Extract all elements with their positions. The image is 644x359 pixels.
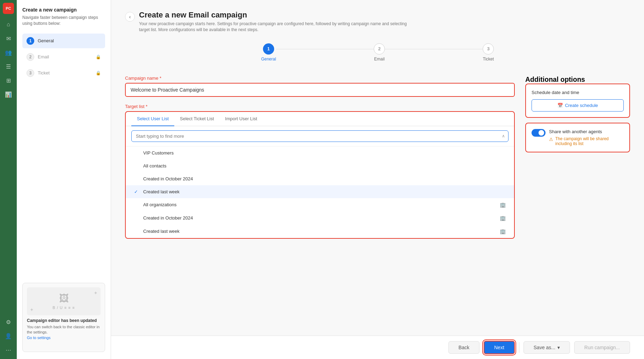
stepper-circle-1: 1 [263, 43, 274, 55]
additional-options-title: Additional options [525, 76, 630, 84]
nav-user[interactable]: 👤 [2, 330, 15, 342]
main-scrollable-area: ‹ Create a new Email campaign Your new p… [111, 0, 644, 336]
tab-import-user-list[interactable]: Import User List [220, 112, 263, 126]
sparkle-icon-2: ✦ [30, 307, 34, 313]
target-list-group: Target list * Select User List Select Ti… [125, 104, 515, 239]
back-button-footer[interactable]: Back [448, 341, 480, 354]
footer-divider [519, 342, 519, 353]
toggle-slider [532, 129, 546, 137]
step-1-number: 1 [27, 37, 34, 45]
stepper-label-1: General [261, 57, 276, 62]
nav-email[interactable]: ✉ [2, 32, 15, 45]
form-left-panel: Campaign name * Target list * Select Use [125, 76, 515, 246]
step-2-number: 2 [27, 53, 34, 61]
nav-grid[interactable]: ⊞ [2, 74, 15, 87]
schedule-title: Schedule date and time [532, 90, 624, 95]
campaign-name-input[interactable] [125, 83, 515, 97]
nav-chart[interactable]: 📊 [2, 88, 15, 101]
step-3-number: 3 [27, 69, 34, 77]
page-header: ‹ Create a new Email campaign Your new p… [125, 10, 630, 33]
search-input[interactable] [131, 130, 508, 142]
share-title: Share with another agents [549, 129, 624, 134]
stepper-circle-2: 2 [374, 43, 385, 55]
schedule-card: Schedule date and time 📅 Create schedule [525, 84, 630, 118]
step-3-label: Ticket [38, 70, 50, 76]
stepper-step-1: 1 General [261, 43, 276, 62]
editor-footer-notice: 🖼 B / U ≡ ≡ ≡ ✦ ✦ Campaign editor has be… [22, 283, 105, 352]
organization-icon: 🏢 [500, 202, 506, 208]
list-item[interactable]: Created last week 🏢 [126, 225, 514, 238]
tab-select-ticket-list[interactable]: Select Ticket List [174, 112, 220, 126]
app-logo: PC [3, 3, 14, 14]
stepper-label-3: Ticket [483, 57, 494, 62]
nav-list[interactable]: ☰ [2, 60, 15, 73]
organization-icon: 🏢 [500, 229, 506, 234]
additional-options-panel: Additional options Schedule date and tim… [525, 76, 630, 157]
share-card: Share with another agents ⚠ The campaign… [525, 123, 630, 152]
go-to-settings-link[interactable]: Go to settings [27, 336, 51, 340]
share-warning-text: The campaign will be shared including it… [555, 136, 624, 146]
editor-preview-thumbnail: 🖼 B / U ≡ ≡ ≡ ✦ ✦ [27, 287, 101, 315]
stepper-label-2: Email [374, 57, 385, 62]
nav-contacts[interactable]: 👥 [2, 46, 15, 59]
list-item-label: Created in October 2024 [143, 215, 193, 221]
target-list-tabs: Select User List Select Ticket List Impo… [126, 112, 514, 126]
editor-tools-bar: B / U ≡ ≡ ≡ [53, 306, 75, 310]
editor-notice-title: Campaign editor has been updated [27, 318, 101, 323]
check-icon: ✓ [134, 189, 140, 194]
share-toggle[interactable] [532, 129, 546, 137]
list-item-label: Created last week [143, 229, 180, 234]
campaign-sidebar-title: Create a new campaign [22, 7, 105, 13]
share-warning: ⚠ The campaign will be shared including … [549, 136, 624, 146]
list-item[interactable]: Created in October 2024 [126, 172, 514, 185]
editor-notice-description: You can switch back to the classic edito… [27, 324, 101, 340]
nav-settings[interactable]: ⚙ [2, 316, 15, 328]
list-item-label: All contacts [143, 163, 166, 168]
step-2-label: Email [38, 54, 49, 59]
required-asterisk: * [160, 76, 161, 81]
campaign-sidebar-description: Navigate faster between campaign steps u… [22, 15, 105, 27]
page-description: Your new proactive campaign starts here.… [139, 21, 418, 33]
tab-select-user-list[interactable]: Select User List [131, 112, 174, 126]
list-item[interactable]: VIP Customers [126, 146, 514, 159]
save-as-button[interactable]: Save as... ▾ [524, 341, 570, 354]
footer-bar: Back Next Save as... ▾ Run campaign... [111, 336, 644, 359]
list-item-selected[interactable]: ✓ Created last week [126, 185, 514, 198]
nav-apps[interactable]: ⋯ [2, 344, 15, 356]
main-content: ‹ Create a new Email campaign Your new p… [111, 0, 644, 359]
target-list-label: Target list * [125, 104, 515, 109]
target-list-section: Select User List Select Ticket List Impo… [125, 111, 515, 239]
run-campaign-button[interactable]: Run campaign... [574, 341, 630, 354]
page-header-text: Create a new Email campaign Your new pro… [139, 10, 418, 33]
list-item[interactable]: All organizations 🏢 [126, 198, 514, 211]
back-button[interactable]: ‹ [125, 12, 135, 22]
sidebar-step-3[interactable]: 3 Ticket 🔒 [22, 66, 105, 80]
sparkle-icon: ✦ [94, 290, 98, 296]
save-chevron-icon: ▾ [557, 345, 560, 350]
search-wrapper: ∧ [131, 130, 508, 142]
step-2-lock-icon: 🔒 [96, 55, 101, 59]
campaign-name-label: Campaign name * [125, 76, 515, 81]
campaign-name-group: Campaign name * [125, 76, 515, 97]
warning-icon: ⚠ [549, 137, 553, 142]
list-item[interactable]: Created in October 2024 🏢 [126, 211, 514, 225]
create-schedule-button[interactable]: 📅 Create schedule [532, 99, 624, 112]
next-button[interactable]: Next [484, 341, 515, 354]
sidebar-step-2[interactable]: 2 Email 🔒 [22, 50, 105, 64]
organization-icon: 🏢 [500, 215, 506, 221]
search-container: ∧ [126, 126, 514, 146]
list-item-label: Created in October 2024 [143, 176, 193, 181]
calendar-icon: 📅 [557, 103, 563, 108]
stepper-step-2: 2 Email [374, 43, 385, 62]
page-title: Create a new Email campaign [139, 10, 418, 20]
list-item[interactable]: All contacts [126, 159, 514, 172]
progress-stepper: 1 General 2 Email 3 Ticket [125, 43, 630, 62]
campaign-sidebar: Create a new campaign Navigate faster be… [17, 0, 111, 359]
list-item-label: Created last week [143, 189, 180, 194]
sidebar-step-1[interactable]: 1 General [22, 34, 105, 48]
step-1-label: General [38, 38, 54, 43]
nav-home[interactable]: ⌂ [2, 18, 15, 31]
stepper-line-1-2 [276, 49, 374, 49]
chevron-up-icon: ∧ [502, 134, 505, 138]
stepper-line-2-3 [385, 49, 483, 49]
